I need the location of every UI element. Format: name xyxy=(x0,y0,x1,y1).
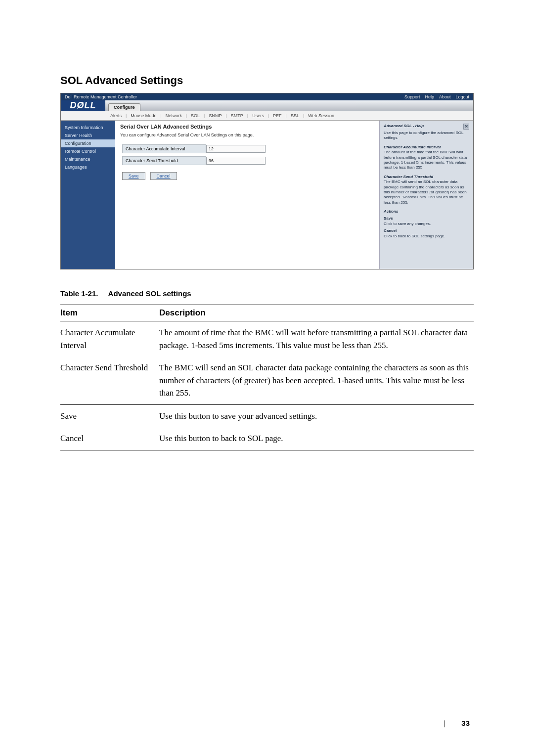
subtab-network[interactable]: Network xyxy=(166,113,182,118)
sidebar-item-configuration[interactable]: Configuration xyxy=(61,139,115,147)
cell-item: Character Accumulate Interval xyxy=(60,321,159,357)
sub-tabs: Alerts| Mouse Mode| Network| SOL| SNMP| … xyxy=(61,111,473,121)
app-screenshot: Dell Remote Management Controller Suppor… xyxy=(60,93,474,269)
row-char-acc-interval: Character Accumulate Interval xyxy=(122,144,374,153)
help-cancel-body: Click to back to SOL settings page. xyxy=(384,234,469,239)
subtab-snmp[interactable]: SNMP xyxy=(209,113,222,118)
link-help[interactable]: Help xyxy=(425,94,434,99)
page-number: 33 xyxy=(461,719,470,727)
sidebar-item-remote-control[interactable]: Remote Control xyxy=(61,147,115,155)
link-support[interactable]: Support xyxy=(404,94,420,99)
content-area: Serial Over LAN Advanced Settings You ca… xyxy=(115,121,379,269)
table-row: Character Send Threshold The BMC will se… xyxy=(60,356,474,404)
help-sec1-body: The amount of the time that the BMC will… xyxy=(384,150,469,171)
link-about[interactable]: About xyxy=(439,94,451,99)
content-heading: Serial Over LAN Advanced Settings xyxy=(120,124,374,130)
table-caption: Table 1-21. Advanced SOL settings xyxy=(60,289,474,298)
help-close-icon[interactable]: ✕ xyxy=(463,124,469,130)
subtab-sol[interactable]: SOL xyxy=(191,113,200,118)
th-description: Description xyxy=(159,305,474,321)
table-caption-title: Advanced SOL settings xyxy=(108,289,191,298)
tab-configure[interactable]: Configure xyxy=(108,103,140,111)
help-save-body: Click to save any changes. xyxy=(384,222,469,226)
cancel-button[interactable]: Cancel xyxy=(150,172,177,180)
row-char-send-threshold: Character Send Threshold xyxy=(122,156,374,165)
input-char-send-threshold[interactable] xyxy=(206,157,266,165)
help-save-head: Save xyxy=(384,216,469,221)
help-cancel-head: Cancel xyxy=(384,228,469,233)
input-char-acc-interval[interactable] xyxy=(206,145,266,153)
help-intro: Use this page to configure the advanced … xyxy=(384,131,469,141)
subtab-mouse-mode[interactable]: Mouse Mode xyxy=(131,113,156,118)
cell-desc: The amount of time that the BMC will wai… xyxy=(159,321,474,357)
subtab-ssl[interactable]: SSL xyxy=(291,113,299,118)
cell-desc: Use this button to save your advanced se… xyxy=(159,404,474,427)
table-row: Cancel Use this button to back to SOL pa… xyxy=(60,427,474,450)
window-title: Dell Remote Management Controller xyxy=(65,94,137,99)
help-sec1-head: Character Accumulate Interval xyxy=(384,145,469,150)
main-tabs: Configure xyxy=(105,100,140,111)
subtab-users[interactable]: Users xyxy=(252,113,264,118)
label-char-send-threshold: Character Send Threshold xyxy=(122,156,206,165)
section-title: SOL Advanced Settings xyxy=(60,74,474,87)
help-sec2-body: The BMC will send an SOL character data … xyxy=(384,179,469,205)
top-links: Support Help About Logout xyxy=(404,94,469,99)
cell-item: Character Send Threshold xyxy=(60,356,159,404)
label-char-acc-interval: Character Accumulate Interval xyxy=(122,144,206,153)
cell-desc: Use this button to back to SOL page. xyxy=(159,427,474,450)
subtab-pef[interactable]: PEF xyxy=(273,113,282,118)
sidebar-item-server-health[interactable]: Server Health xyxy=(61,132,115,139)
subtab-web-session[interactable]: Web Session xyxy=(308,113,334,118)
content-desc: You can configure Advanced Serial Over L… xyxy=(120,133,374,137)
footer-divider: | xyxy=(444,719,445,727)
cell-desc: The BMC will send an SOL character data … xyxy=(159,356,474,404)
brand-row: DØLL Configure xyxy=(61,100,473,111)
th-item: Item xyxy=(60,305,159,321)
link-logout[interactable]: Logout xyxy=(455,94,469,99)
help-sec2-head: Character Send Threshold xyxy=(384,175,469,179)
subtab-smtp[interactable]: SMTP xyxy=(231,113,243,118)
sidebar-item-maintenance[interactable]: Maintenance xyxy=(61,155,115,163)
subtab-alerts[interactable]: Alerts xyxy=(110,113,122,118)
cell-item: Save xyxy=(60,404,159,427)
help-actions-head: Actions xyxy=(384,209,469,214)
dell-logo: DØLL xyxy=(61,100,105,111)
help-panel: Advanced SOL - Help ✕ Use this page to c… xyxy=(379,121,473,269)
table-row: Character Accumulate Interval The amount… xyxy=(60,321,474,357)
table-caption-num: Table 1-21. xyxy=(60,289,98,298)
save-button[interactable]: Save xyxy=(122,172,145,180)
window-titlebar: Dell Remote Management Controller Suppor… xyxy=(61,93,473,100)
page-footer: | 33 xyxy=(444,719,470,727)
doc-table: Item Description Character Accumulate In… xyxy=(60,305,474,450)
sidebar-item-system-information[interactable]: System Information xyxy=(61,124,115,132)
cell-item: Cancel xyxy=(60,427,159,450)
sidebar: System Information Server Health Configu… xyxy=(61,121,115,269)
table-row: Save Use this button to save your advanc… xyxy=(60,404,474,427)
sidebar-item-languages[interactable]: Languages xyxy=(61,163,115,171)
help-title-text: Advanced SOL - Help xyxy=(384,124,424,130)
